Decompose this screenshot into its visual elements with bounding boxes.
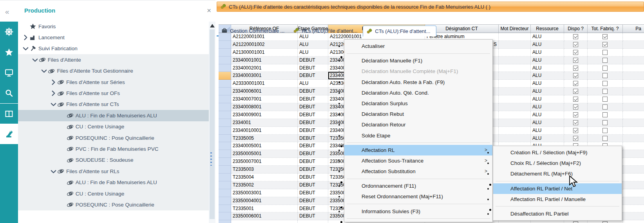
tree-item[interactable]: Files d'Attente Tout Gestionnaire	[18, 66, 209, 77]
cell-etape[interactable]: DEBUT	[298, 95, 328, 103]
cell-pa[interactable]	[623, 142, 644, 150]
cell-etape[interactable]: DEBUT	[298, 103, 328, 111]
cell-mot[interactable]	[499, 95, 531, 103]
column-header-mot[interactable]: Mot Directeur	[499, 24, 531, 33]
cell-ressource[interactable]: ALU	[531, 41, 564, 49]
tree-item[interactable]: Suivi Fabrication	[18, 43, 209, 54]
cell-rowhdr[interactable]	[219, 158, 231, 166]
cell-etape[interactable]: DEBUT	[298, 205, 328, 213]
tree-item[interactable]: Files d'Attente sur Séries	[18, 77, 209, 88]
cell-etape[interactable]: DEBUT	[298, 72, 328, 80]
tot-fabriq-checkbox-unchecked[interactable]	[602, 136, 608, 141]
tree-item[interactable]: SOUDEUSE : Soudeuse	[18, 155, 209, 166]
tot-fabriq-checkbox-unchecked[interactable]	[602, 97, 608, 102]
cell-mot[interactable]	[499, 80, 531, 88]
cell-pa[interactable]	[623, 88, 644, 95]
cell-etape[interactable]: DEBUT	[298, 197, 328, 205]
cell-dispo[interactable]	[564, 111, 588, 119]
cell-etape[interactable]: ALU	[298, 41, 328, 49]
cell-tot[interactable]	[588, 80, 623, 88]
tree-item[interactable]: Files d'Attente	[18, 54, 209, 65]
column-header-tot[interactable]: Tot. Fabriq. ?	[588, 24, 623, 33]
cell-dispo[interactable]	[564, 220, 588, 223]
cell-of[interactable]: T2335005	[231, 135, 298, 143]
dispo-checkbox-checked[interactable]	[573, 97, 578, 102]
tree-item[interactable]: Files d'Attente sur CTs	[18, 99, 209, 110]
tot-fabriq-checkbox-checked[interactable]	[602, 42, 608, 47]
cell-rowhdr[interactable]	[219, 197, 231, 205]
cell-etape[interactable]: DEBUT	[298, 158, 328, 166]
cell-of[interactable]: 23340003001	[231, 72, 298, 80]
menu-item[interactable]: Ordonnancement (F11)	[344, 181, 492, 191]
cell-of[interactable]: T2335002	[231, 181, 298, 189]
cell-dispo[interactable]	[564, 57, 588, 64]
menu-item[interactable]: Déclaration Auto. Reste à Fab. (F9)	[344, 77, 492, 88]
cell-of[interactable]: 23340001001	[231, 57, 298, 64]
cell-etape[interactable]: DEBUT	[298, 142, 328, 150]
cell-of[interactable]: T2335001	[231, 205, 298, 213]
tab-inactive[interactable]: RLs (ALU):File d'attent...	[290, 26, 363, 36]
cell-ressource[interactable]: ALU	[531, 103, 564, 111]
cell-of[interactable]: T2335004	[231, 174, 298, 181]
cell-tot[interactable]	[588, 88, 623, 95]
tree-item[interactable]: ALU : Fin de Fab Menuiseries ALU	[18, 110, 209, 121]
cell-rowhdr[interactable]	[219, 181, 231, 189]
cell-dispo[interactable]	[564, 103, 588, 111]
cell-rowhdr[interactable]	[219, 88, 231, 95]
cell-of[interactable]: 23350004001	[231, 197, 298, 205]
tree-item[interactable]: Files d'Attente sur OFs	[18, 88, 209, 99]
cell-etape[interactable]: DEBUT	[298, 181, 328, 189]
cell-pa[interactable]	[623, 158, 644, 166]
cell-ressource[interactable]: ALU	[531, 49, 564, 57]
cell-of[interactable]: 23340008001	[231, 103, 298, 111]
cell-of[interactable]: 23350003001	[231, 189, 298, 197]
menu-item[interactable]: Affectation RL>	[344, 145, 492, 155]
cell-rowhdr[interactable]	[219, 174, 231, 181]
tree-item[interactable]: ALU : Fin de Fab Menuiseries ALU	[18, 177, 209, 188]
tot-fabriq-checkbox-unchecked[interactable]	[602, 89, 608, 94]
scroll-up-icon[interactable]	[210, 24, 215, 27]
chevron-down-icon[interactable]	[22, 46, 29, 52]
cell-mot[interactable]	[499, 127, 531, 135]
cell-rowhdr[interactable]	[219, 166, 231, 174]
dispo-checkbox-checked[interactable]	[573, 50, 578, 55]
cell-tot[interactable]	[588, 64, 623, 72]
cell-pa[interactable]	[623, 189, 644, 197]
cell-pa[interactable]	[623, 135, 644, 143]
tot-fabriq-checkbox-unchecked[interactable]	[602, 81, 608, 86]
menu-item[interactable]: Reset Ordonnancement (Maj+F11)	[344, 191, 492, 202]
cell-ressource[interactable]: ALU	[531, 95, 564, 103]
cell-tot[interactable]	[588, 111, 623, 119]
cell-tot[interactable]	[588, 49, 623, 57]
tot-fabriq-checkbox-unchecked[interactable]	[602, 73, 608, 78]
cell-ressource[interactable]: ALU	[531, 57, 564, 64]
cell-pa[interactable]	[623, 220, 644, 223]
cell-of[interactable]: 23340005001	[231, 142, 298, 150]
cell-rowhdr[interactable]	[219, 103, 231, 111]
iconbar-item-robot-arm[interactable]	[0, 124, 18, 144]
menu-item[interactable]: Informations Suivies (F3)	[344, 206, 492, 217]
cell-rowhdr[interactable]	[219, 95, 231, 103]
tree-item[interactable]: CU : Centre Usinage	[18, 121, 209, 132]
dispo-checkbox-checked[interactable]	[573, 136, 578, 141]
iconbar-item-columns[interactable]	[0, 103, 18, 124]
tot-fabriq-checkbox-unchecked[interactable]	[602, 66, 608, 71]
tot-fabriq-checkbox-unchecked[interactable]	[602, 58, 608, 63]
cell-dispo[interactable]	[564, 80, 588, 88]
cell-of[interactable]: 23350007001	[231, 158, 298, 166]
cell-of[interactable]: A21300001001	[231, 49, 298, 57]
tot-fabriq-checkbox-unchecked[interactable]	[602, 120, 608, 125]
chevron-right-icon[interactable]	[50, 79, 57, 85]
tot-fabriq-checkbox-unchecked[interactable]	[602, 128, 608, 133]
cell-etape[interactable]: DEBUT	[298, 64, 328, 72]
cell-pa[interactable]	[623, 197, 644, 205]
menu-item[interactable]: Création RL / Sélection (Maj+F9)	[493, 147, 622, 158]
dispo-checkbox-checked[interactable]	[573, 112, 578, 117]
chevron-down-icon[interactable]	[41, 68, 47, 74]
cell-rowhdr[interactable]	[219, 212, 231, 220]
cell-mot[interactable]	[499, 135, 531, 143]
cell-ressource[interactable]: ALU	[531, 88, 564, 95]
cell-rowhdr[interactable]	[219, 127, 231, 135]
cell-tot[interactable]	[588, 103, 623, 111]
cell-ressource[interactable]: ALU	[531, 72, 564, 80]
